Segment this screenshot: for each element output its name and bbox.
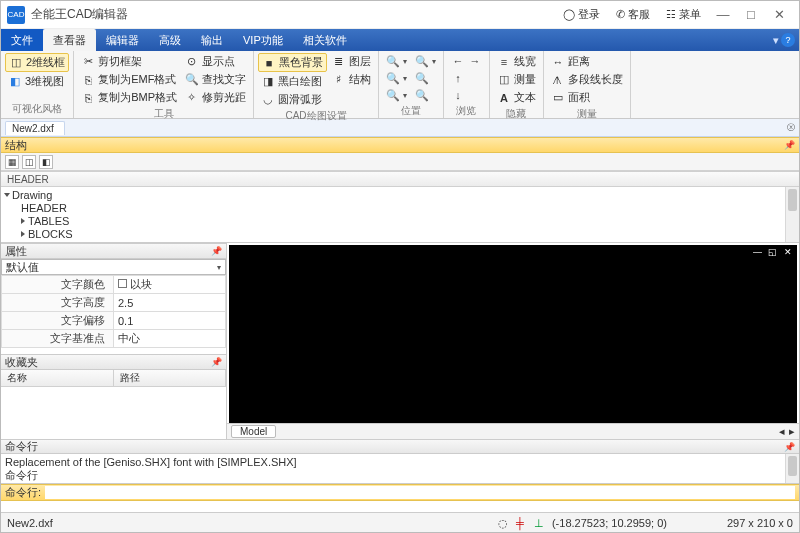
fav-list[interactable] (1, 387, 226, 439)
menu-button[interactable]: ☷菜单 (658, 5, 709, 24)
tool-btn-3[interactable]: ◧ (39, 155, 53, 169)
canvas-window-controls[interactable]: ― ◱ ✕ (753, 247, 794, 257)
fav-col-name[interactable]: 名称 (1, 370, 114, 386)
group-label-browse: 浏览 (448, 103, 485, 120)
btn-copy-emf[interactable]: ⎘复制为EMF格式 (78, 71, 180, 88)
expand-icon[interactable] (21, 231, 25, 237)
doc-tab[interactable]: New2.dxf (5, 121, 65, 135)
status-icon-1[interactable]: ◌ (498, 517, 510, 529)
btn-clip-frame[interactable]: ✂剪切框架 (78, 53, 180, 70)
polyline-icon: ⩚ (551, 73, 565, 87)
tab-file[interactable]: 文件 (1, 29, 43, 51)
point-icon: ⊙ (185, 55, 199, 69)
status-size: 297 x 210 x 0 (727, 517, 793, 529)
service-button[interactable]: ✆客服 (608, 5, 658, 24)
pin-icon[interactable]: 📌 (784, 140, 795, 150)
btn-nav2[interactable]: ↑ (448, 70, 485, 86)
btn-bw-draw[interactable]: ◨黑白绘图 (258, 73, 327, 90)
status-icon-2[interactable]: ╪ (516, 517, 528, 529)
tool-btn-2[interactable]: ◫ (22, 155, 36, 169)
tool-btn-1[interactable]: ▦ (5, 155, 19, 169)
btn-zoom6[interactable]: 🔍 (412, 87, 439, 103)
btn-nav1[interactable]: ←→ (448, 53, 485, 69)
close-button[interactable]: ✕ (765, 7, 793, 22)
main-tabs: 文件 查看器 编辑器 高级 输出 VIP功能 相关软件 ▾ ? (1, 29, 799, 51)
pin-icon[interactable]: 📌 (211, 357, 222, 367)
maximize-button[interactable]: □ (737, 7, 765, 22)
zoom-in-icon: 🔍 (415, 54, 429, 68)
scissors-icon: ✂ (81, 55, 95, 69)
zoom-out-icon: 🔍 (415, 71, 429, 85)
btn-measure[interactable]: ◫测量 (494, 71, 539, 88)
btn-nav3[interactable]: ↓ (448, 87, 485, 103)
btn-smooth-arc[interactable]: ◡圆滑弧形 (258, 91, 327, 108)
command-prompt: 命令行: (5, 485, 41, 500)
btn-zoom4[interactable]: 🔍▾ (412, 53, 439, 69)
tab-editor[interactable]: 编辑器 (96, 29, 149, 51)
help-icon[interactable]: ? (781, 33, 795, 47)
scrollbar[interactable] (785, 187, 799, 242)
pin-icon[interactable]: 📌 (211, 246, 222, 256)
tree-node[interactable]: BLOCKS (28, 228, 73, 240)
minimize-button[interactable]: ― (709, 7, 737, 22)
prop-row[interactable]: 文字偏移0.1 (2, 312, 226, 330)
group-label-tools: 工具 (78, 106, 249, 123)
structure-tree[interactable]: Drawing HEADER TABLES BLOCKS (1, 187, 799, 243)
line-icon: ≡ (497, 55, 511, 69)
scrollbar[interactable] (785, 454, 799, 483)
btn-find-text[interactable]: 🔍查找文字 (182, 71, 249, 88)
btn-area[interactable]: ▭面积 (548, 89, 626, 106)
dropdown-icon[interactable]: ▾ (773, 34, 779, 47)
tree-node[interactable]: HEADER (21, 202, 67, 214)
btn-2d-wireframe[interactable]: ◫2维线框 (5, 53, 69, 72)
btn-polylength[interactable]: ⩚多段线长度 (548, 71, 626, 88)
scroll-left-icon[interactable]: ◂ (779, 425, 785, 438)
trim-icon: ✧ (185, 91, 199, 105)
pin-icon[interactable]: 📌 (784, 442, 795, 452)
btn-linewidth[interactable]: ≡线宽 (494, 53, 539, 70)
tree-node[interactable]: TABLES (28, 215, 69, 227)
btn-structure[interactable]: ♯结构 (329, 71, 374, 88)
arrow-up-icon: ↑ (451, 71, 465, 85)
command-panel-header: 命令行📌 (1, 439, 799, 454)
prop-row[interactable]: 文字基准点中心 (2, 330, 226, 348)
tree-root[interactable]: Drawing (12, 189, 52, 201)
ruler-icon: ◫ (497, 73, 511, 87)
copy-icon: ⎘ (81, 73, 95, 87)
fav-col-path[interactable]: 路径 (114, 370, 227, 386)
prop-row[interactable]: 文字颜色以块 (2, 276, 226, 294)
login-button[interactable]: ◯登录 (555, 5, 608, 24)
app-icon: CAD (7, 6, 25, 24)
command-input[interactable] (45, 486, 795, 499)
btn-zoom5[interactable]: 🔍 (412, 70, 439, 86)
tab-advanced[interactable]: 高级 (149, 29, 191, 51)
props-combo[interactable]: 默认值▾ (1, 259, 226, 275)
btn-copy-bmp[interactable]: ⎘复制为BMP格式 (78, 89, 180, 106)
btn-zoom3[interactable]: 🔍▾ (383, 87, 410, 103)
btn-zoom1[interactable]: 🔍▾ (383, 53, 410, 69)
btn-zoom2[interactable]: 🔍▾ (383, 70, 410, 86)
tab-vip[interactable]: VIP功能 (233, 29, 293, 51)
statusbar: New2.dxf ◌ ╪ ⊥ (-18.27523; 10.2959; 0) 2… (1, 512, 799, 532)
btn-3d-view[interactable]: ◧3维视图 (5, 73, 69, 90)
tab-output[interactable]: 输出 (191, 29, 233, 51)
btn-trim[interactable]: ✧修剪光距 (182, 89, 249, 106)
tab-related[interactable]: 相关软件 (293, 29, 357, 51)
structure-panel-header: 结构 📌 (1, 137, 799, 153)
btn-text[interactable]: A文本 (494, 89, 539, 106)
doc-tab-close-icon[interactable]: ⓧ (787, 122, 795, 133)
status-icon-3[interactable]: ⊥ (534, 517, 546, 529)
btn-layer[interactable]: ≣图层 (329, 53, 374, 70)
group-label-pos: 位置 (383, 103, 439, 120)
model-tab[interactable]: Model (231, 425, 276, 438)
command-output: Replacement of the [Geniso.SHX] font wit… (1, 454, 799, 484)
expand-icon[interactable] (4, 193, 10, 197)
drawing-canvas[interactable]: ― ◱ ✕ (229, 245, 797, 423)
btn-show-point[interactable]: ⊙显示点 (182, 53, 249, 70)
btn-black-bg[interactable]: ■黑色背景 (258, 53, 327, 72)
prop-row[interactable]: 文字高度2.5 (2, 294, 226, 312)
tab-viewer[interactable]: 查看器 (43, 29, 96, 51)
btn-distance[interactable]: ↔距离 (548, 53, 626, 70)
scroll-right-icon[interactable]: ▸ (789, 425, 795, 438)
expand-icon[interactable] (21, 218, 25, 224)
